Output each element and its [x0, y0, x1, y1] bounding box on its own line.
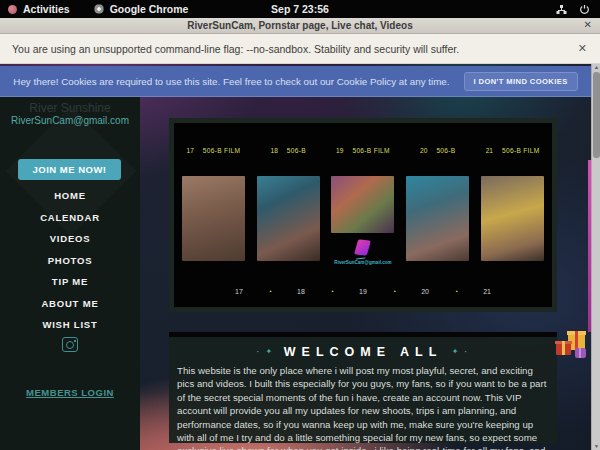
slide-tag: 506-B — [436, 147, 455, 154]
members-login-link[interactable]: MEMBERS LOGIN — [0, 387, 140, 398]
footer-day: 21 — [483, 288, 491, 295]
sidebar-item-videos[interactable]: VIDEOS — [0, 233, 140, 244]
photo-thumbnail-3[interactable] — [331, 176, 394, 233]
schedule-carousel-panel: 17 506-B FILM 18 506-B 19 506-B FILM 20 … — [169, 118, 557, 312]
site-logo-caption: RiverSunCam@gmail.com — [334, 260, 391, 265]
warning-message: You are using an unsupported command-lin… — [0, 43, 459, 55]
join-me-now-button[interactable]: JOIN ME NOW! — [18, 159, 121, 180]
footer-day: 17 — [235, 288, 243, 295]
sidebar-item-home[interactable]: HOME — [0, 190, 140, 201]
slide-label: 18 506-B — [251, 147, 326, 154]
instagram-camera-icon[interactable] — [62, 337, 78, 352]
cookie-accept-button[interactable]: I DON'T MIND COOKIES — [464, 72, 578, 91]
event-clock-icon: ◔ — [454, 288, 458, 295]
scrollbar-up-icon[interactable]: ▲ — [592, 64, 600, 71]
power-icon[interactable] — [579, 4, 590, 15]
window-title: RiverSunCam, Pornstar page, Live chat, V… — [187, 20, 412, 31]
welcome-heading: · ✦ WELCOME ALL ✦ · — [169, 345, 557, 359]
event-clock-icon: ◔ — [330, 288, 334, 295]
sidebar-item-calendar[interactable]: CALENDAR — [0, 212, 140, 223]
sidebar-item-wish-list[interactable]: WISH LIST — [0, 319, 140, 330]
recording-indicator-icon — [8, 5, 17, 14]
slide-label: 17 506-B FILM — [176, 147, 251, 154]
window-close-icon[interactable]: ✕ — [584, 19, 592, 30]
site-logo-icon — [355, 239, 372, 255]
scrollbar-down-icon[interactable]: ▼ — [592, 443, 600, 450]
network-icon[interactable] — [556, 4, 567, 15]
cookie-message: Hey there! Cookies are required to use t… — [13, 76, 449, 87]
slide-tag: 506-B FILM — [502, 147, 539, 154]
carousel-footer-days: 17 ◔ 18 ◔ 19 ◔ 20 ◔ 21 — [174, 288, 552, 295]
gift-box-icon — [575, 348, 586, 358]
warning-close-icon[interactable]: ✕ — [578, 42, 587, 55]
photo-thumbnail-2[interactable] — [257, 176, 320, 261]
cookie-banner: Hey there! Cookies are required to use t… — [0, 66, 591, 97]
carousel-thumbnails: RiverSunCam@gmail.com — [176, 176, 550, 265]
sidebar-item-photos[interactable]: PHOTOS — [0, 255, 140, 266]
heading-ornament-right: ✦ · — [452, 347, 470, 356]
sidebar-item-about-me[interactable]: ABOUT ME — [0, 298, 140, 309]
welcome-title: WELCOME ALL — [284, 345, 442, 359]
scrollbar-thumb[interactable] — [593, 72, 600, 158]
footer-day: 18 — [297, 288, 305, 295]
photo-thumbnail-4[interactable] — [406, 176, 469, 261]
slide-day: 17 — [187, 147, 194, 154]
footer-day: 19 — [359, 288, 367, 295]
window-titlebar[interactable]: RiverSunCam, Pornstar page, Live chat, V… — [0, 18, 600, 34]
chrome-app-icon — [94, 4, 104, 14]
slide-day: 21 — [486, 147, 493, 154]
profile-email[interactable]: RiverSunCam@gmail.com — [0, 115, 140, 126]
activities-button[interactable]: Activities — [23, 3, 70, 15]
sidebar-item-tip-me[interactable]: TIP ME — [0, 276, 140, 287]
sandbox-warning-bar: You are using an unsupported command-lin… — [0, 34, 600, 64]
slide-label: 19 506-B FILM — [326, 147, 401, 154]
screen: Activities Google Chrome Sep 7 23:56 Riv… — [0, 0, 600, 450]
slide-tag: 506-B FILM — [203, 147, 240, 154]
page-viewport: Hey there! Cookies are required to use t… — [0, 64, 600, 450]
sidebar-nav: HOME CALENDAR VIDEOS PHOTOS TIP ME ABOUT… — [0, 190, 140, 330]
photo-thumbnail-5[interactable] — [481, 176, 544, 261]
focused-app-menu[interactable]: Google Chrome — [110, 3, 189, 15]
slide-tag: 506-B — [287, 147, 306, 154]
event-clock-icon: ◔ — [392, 288, 396, 295]
profile-name: River Sunshine — [0, 101, 140, 115]
slide-day: 19 — [336, 147, 343, 154]
system-top-bar: Activities Google Chrome Sep 7 23:56 — [0, 0, 600, 18]
slide-tag: 506-B FILM — [352, 147, 389, 154]
heading-ornament-left: · ✦ — [257, 347, 275, 356]
page-scrollbar[interactable]: ▲ ▼ — [591, 64, 600, 450]
slide-label: 21 506-B FILM — [475, 147, 550, 154]
slide-label: 20 506-B — [400, 147, 475, 154]
carousel-label-row: 17 506-B FILM 18 506-B 19 506-B FILM 20 … — [176, 147, 550, 154]
event-clock-icon: ◔ — [268, 288, 272, 295]
slide-day: 20 — [420, 147, 427, 154]
welcome-panel: · ✦ WELCOME ALL ✦ · This website is the … — [169, 332, 557, 443]
photo-thumbnail-1[interactable] — [182, 176, 245, 261]
sidebar: River Sunshine RiverSunCam@gmail.com JOI… — [0, 97, 140, 450]
gift-box-icon — [556, 341, 571, 355]
footer-day: 20 — [421, 288, 429, 295]
slide-day: 18 — [270, 147, 277, 154]
welcome-body-text: This website is the only place where i w… — [177, 364, 547, 450]
